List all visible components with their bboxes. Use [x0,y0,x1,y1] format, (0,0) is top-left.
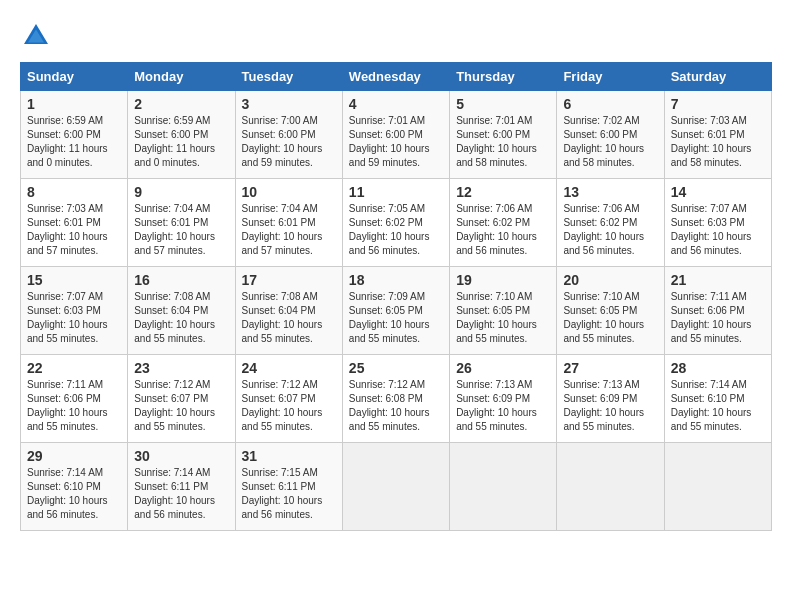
col-header-thursday: Thursday [450,63,557,91]
calendar-header-row: SundayMondayTuesdayWednesdayThursdayFrid… [21,63,772,91]
col-header-sunday: Sunday [21,63,128,91]
calendar-day-5: 5Sunrise: 7:01 AM Sunset: 6:00 PM Daylig… [450,91,557,179]
calendar-day-27: 27Sunrise: 7:13 AM Sunset: 6:09 PM Dayli… [557,355,664,443]
calendar-empty-cell [557,443,664,531]
day-info: Sunrise: 7:12 AM Sunset: 6:08 PM Dayligh… [349,378,443,434]
calendar-day-8: 8Sunrise: 7:03 AM Sunset: 6:01 PM Daylig… [21,179,128,267]
day-number: 7 [671,96,765,112]
col-header-monday: Monday [128,63,235,91]
calendar-week-row: 29Sunrise: 7:14 AM Sunset: 6:10 PM Dayli… [21,443,772,531]
calendar-day-14: 14Sunrise: 7:07 AM Sunset: 6:03 PM Dayli… [664,179,771,267]
calendar-day-30: 30Sunrise: 7:14 AM Sunset: 6:11 PM Dayli… [128,443,235,531]
day-number: 14 [671,184,765,200]
calendar-week-row: 8Sunrise: 7:03 AM Sunset: 6:01 PM Daylig… [21,179,772,267]
day-info: Sunrise: 7:10 AM Sunset: 6:05 PM Dayligh… [456,290,550,346]
day-number: 26 [456,360,550,376]
day-number: 3 [242,96,336,112]
col-header-wednesday: Wednesday [342,63,449,91]
day-info: Sunrise: 7:05 AM Sunset: 6:02 PM Dayligh… [349,202,443,258]
calendar-day-18: 18Sunrise: 7:09 AM Sunset: 6:05 PM Dayli… [342,267,449,355]
calendar-day-22: 22Sunrise: 7:11 AM Sunset: 6:06 PM Dayli… [21,355,128,443]
col-header-saturday: Saturday [664,63,771,91]
day-number: 17 [242,272,336,288]
day-number: 11 [349,184,443,200]
day-number: 30 [134,448,228,464]
day-info: Sunrise: 6:59 AM Sunset: 6:00 PM Dayligh… [134,114,228,170]
day-info: Sunrise: 7:14 AM Sunset: 6:10 PM Dayligh… [671,378,765,434]
day-number: 20 [563,272,657,288]
day-number: 6 [563,96,657,112]
calendar-empty-cell [664,443,771,531]
day-number: 29 [27,448,121,464]
day-number: 1 [27,96,121,112]
day-number: 28 [671,360,765,376]
calendar-day-21: 21Sunrise: 7:11 AM Sunset: 6:06 PM Dayli… [664,267,771,355]
calendar-day-25: 25Sunrise: 7:12 AM Sunset: 6:08 PM Dayli… [342,355,449,443]
day-number: 13 [563,184,657,200]
logo-icon [20,20,52,52]
calendar-day-4: 4Sunrise: 7:01 AM Sunset: 6:00 PM Daylig… [342,91,449,179]
day-info: Sunrise: 7:03 AM Sunset: 6:01 PM Dayligh… [27,202,121,258]
calendar-day-19: 19Sunrise: 7:10 AM Sunset: 6:05 PM Dayli… [450,267,557,355]
day-number: 31 [242,448,336,464]
day-number: 21 [671,272,765,288]
day-info: Sunrise: 7:01 AM Sunset: 6:00 PM Dayligh… [456,114,550,170]
calendar-day-23: 23Sunrise: 7:12 AM Sunset: 6:07 PM Dayli… [128,355,235,443]
calendar-day-6: 6Sunrise: 7:02 AM Sunset: 6:00 PM Daylig… [557,91,664,179]
calendar-day-3: 3Sunrise: 7:00 AM Sunset: 6:00 PM Daylig… [235,91,342,179]
day-number: 8 [27,184,121,200]
day-info: Sunrise: 6:59 AM Sunset: 6:00 PM Dayligh… [27,114,121,170]
logo [20,20,56,52]
calendar-day-26: 26Sunrise: 7:13 AM Sunset: 6:09 PM Dayli… [450,355,557,443]
day-number: 10 [242,184,336,200]
day-number: 9 [134,184,228,200]
calendar-day-24: 24Sunrise: 7:12 AM Sunset: 6:07 PM Dayli… [235,355,342,443]
calendar-empty-cell [342,443,449,531]
calendar-week-row: 22Sunrise: 7:11 AM Sunset: 6:06 PM Dayli… [21,355,772,443]
calendar-day-28: 28Sunrise: 7:14 AM Sunset: 6:10 PM Dayli… [664,355,771,443]
day-info: Sunrise: 7:04 AM Sunset: 6:01 PM Dayligh… [134,202,228,258]
calendar-day-15: 15Sunrise: 7:07 AM Sunset: 6:03 PM Dayli… [21,267,128,355]
day-info: Sunrise: 7:07 AM Sunset: 6:03 PM Dayligh… [27,290,121,346]
day-info: Sunrise: 7:14 AM Sunset: 6:11 PM Dayligh… [134,466,228,522]
day-number: 18 [349,272,443,288]
day-number: 2 [134,96,228,112]
day-number: 22 [27,360,121,376]
calendar-day-29: 29Sunrise: 7:14 AM Sunset: 6:10 PM Dayli… [21,443,128,531]
day-info: Sunrise: 7:01 AM Sunset: 6:00 PM Dayligh… [349,114,443,170]
page-header [20,20,772,52]
calendar-table: SundayMondayTuesdayWednesdayThursdayFrid… [20,62,772,531]
day-info: Sunrise: 7:08 AM Sunset: 6:04 PM Dayligh… [242,290,336,346]
day-info: Sunrise: 7:02 AM Sunset: 6:00 PM Dayligh… [563,114,657,170]
day-info: Sunrise: 7:00 AM Sunset: 6:00 PM Dayligh… [242,114,336,170]
calendar-week-row: 15Sunrise: 7:07 AM Sunset: 6:03 PM Dayli… [21,267,772,355]
day-info: Sunrise: 7:14 AM Sunset: 6:10 PM Dayligh… [27,466,121,522]
day-info: Sunrise: 7:12 AM Sunset: 6:07 PM Dayligh… [242,378,336,434]
calendar-day-31: 31Sunrise: 7:15 AM Sunset: 6:11 PM Dayli… [235,443,342,531]
day-number: 4 [349,96,443,112]
day-number: 27 [563,360,657,376]
calendar-day-17: 17Sunrise: 7:08 AM Sunset: 6:04 PM Dayli… [235,267,342,355]
day-info: Sunrise: 7:04 AM Sunset: 6:01 PM Dayligh… [242,202,336,258]
calendar-day-7: 7Sunrise: 7:03 AM Sunset: 6:01 PM Daylig… [664,91,771,179]
calendar-day-12: 12Sunrise: 7:06 AM Sunset: 6:02 PM Dayli… [450,179,557,267]
day-info: Sunrise: 7:06 AM Sunset: 6:02 PM Dayligh… [456,202,550,258]
day-number: 5 [456,96,550,112]
calendar-week-row: 1Sunrise: 6:59 AM Sunset: 6:00 PM Daylig… [21,91,772,179]
calendar-day-20: 20Sunrise: 7:10 AM Sunset: 6:05 PM Dayli… [557,267,664,355]
day-info: Sunrise: 7:12 AM Sunset: 6:07 PM Dayligh… [134,378,228,434]
day-info: Sunrise: 7:09 AM Sunset: 6:05 PM Dayligh… [349,290,443,346]
calendar-empty-cell [450,443,557,531]
col-header-friday: Friday [557,63,664,91]
calendar-day-13: 13Sunrise: 7:06 AM Sunset: 6:02 PM Dayli… [557,179,664,267]
day-number: 15 [27,272,121,288]
col-header-tuesday: Tuesday [235,63,342,91]
day-number: 23 [134,360,228,376]
day-info: Sunrise: 7:07 AM Sunset: 6:03 PM Dayligh… [671,202,765,258]
day-info: Sunrise: 7:13 AM Sunset: 6:09 PM Dayligh… [456,378,550,434]
day-number: 12 [456,184,550,200]
day-number: 19 [456,272,550,288]
calendar-day-1: 1Sunrise: 6:59 AM Sunset: 6:00 PM Daylig… [21,91,128,179]
day-number: 24 [242,360,336,376]
day-info: Sunrise: 7:13 AM Sunset: 6:09 PM Dayligh… [563,378,657,434]
